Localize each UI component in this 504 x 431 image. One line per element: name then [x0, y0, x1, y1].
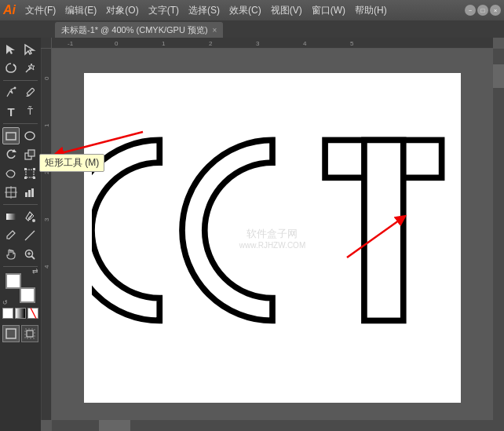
svg-rect-15: [33, 168, 35, 170]
window-controls: － □ ×: [465, 5, 501, 16]
svg-line-28: [25, 239, 27, 240]
svg-rect-17: [33, 177, 35, 179]
title-bar: Ai 文件(F) 编辑(E) 对象(O) 文字(T) 选择(S) 效果(C) 视…: [0, 0, 504, 20]
svg-rect-36: [27, 331, 33, 337]
rectangle-tool[interactable]: [2, 127, 20, 144]
artboard-tool[interactable]: [2, 184, 20, 201]
eyedropper-tools: [2, 227, 38, 244]
ellipse-tool[interactable]: [21, 127, 38, 144]
ruler-ticks-v: 0 1 2 3 4: [41, 49, 52, 420]
tab-close-button[interactable]: ×: [213, 26, 217, 35]
menu-text[interactable]: 文字(T): [144, 0, 184, 20]
transform-tools: [2, 146, 38, 163]
warp-tool[interactable]: [2, 165, 20, 182]
magic-wand-tool[interactable]: [21, 60, 38, 77]
scale-tool[interactable]: [21, 146, 38, 163]
hand-tool[interactable]: [2, 246, 20, 263]
main-area: T T̃: [0, 38, 504, 431]
svg-rect-24: [6, 214, 16, 220]
svg-rect-8: [6, 133, 16, 140]
pen-tool[interactable]: [2, 84, 20, 101]
scrollbar-thumb-vertical[interactable]: [493, 64, 504, 88]
scrollbar-horizontal[interactable]: [52, 420, 493, 431]
graph-tool[interactable]: [21, 184, 38, 201]
text-tools: T T̃: [2, 103, 38, 120]
none-button[interactable]: ╲: [27, 308, 38, 319]
color-swatches[interactable]: ⇄ ↺: [5, 273, 35, 303]
svg-line-3: [26, 67, 31, 72]
scrollbar-vertical[interactable]: [493, 49, 504, 420]
lasso-tools: [2, 60, 38, 77]
svg-text:5: 5: [350, 40, 354, 47]
svg-rect-6: [27, 88, 35, 96]
stroke-color-swatch[interactable]: [20, 287, 35, 303]
maximize-button[interactable]: □: [477, 5, 488, 16]
document-tab[interactable]: 未标题-1* @ 400% (CMYK/GPU 预览) ×: [55, 22, 223, 38]
measure-tool[interactable]: [21, 227, 38, 244]
svg-rect-34: [6, 329, 16, 338]
svg-rect-52: [364, 140, 404, 320]
swap-colors-button[interactable]: ⇄: [32, 267, 38, 275]
fill-color-swatch[interactable]: [5, 273, 21, 289]
menu-object[interactable]: 对象(O): [101, 0, 143, 20]
close-button[interactable]: ×: [490, 5, 501, 16]
separator-2: [3, 123, 38, 124]
minimize-button[interactable]: －: [465, 5, 476, 16]
menu-effect[interactable]: 效果(C): [225, 0, 266, 20]
solid-color-button[interactable]: [2, 308, 13, 319]
app-logo: Ai: [3, 3, 16, 17]
rotate-tool[interactable]: [2, 146, 20, 163]
svg-text:4: 4: [303, 40, 307, 47]
svg-text:0: 0: [115, 40, 119, 47]
canvas-area[interactable]: -1 0 1 2 3 4 5 0 1 2 3 4 软件盒子: [41, 38, 504, 431]
svg-rect-23: [31, 188, 34, 197]
zoom-tool[interactable]: [21, 246, 38, 263]
touch-type-tool[interactable]: T̃: [21, 103, 38, 120]
menu-bar: 文件(F) 编辑(E) 对象(O) 文字(T) 选择(S) 效果(C) 视图(V…: [20, 0, 465, 20]
menu-file[interactable]: 文件(F): [20, 0, 60, 20]
svg-text:4: 4: [43, 265, 50, 268]
svg-point-9: [25, 132, 35, 140]
svg-point-5: [14, 87, 16, 89]
paint-tools: [2, 208, 38, 225]
menu-help[interactable]: 帮助(H): [350, 0, 392, 20]
tool-tooltip: 矩形工具 (M): [39, 154, 104, 172]
lasso-tool[interactable]: [2, 60, 20, 77]
ruler-ticks-h: -1 0 1 2 3 4 5: [52, 38, 493, 49]
document-canvas[interactable]: 软件盒子网 www.RJHZW.COM: [84, 73, 461, 403]
scrollbar-corner: [493, 420, 504, 431]
text-tool[interactable]: T: [2, 103, 20, 120]
gradient-button[interactable]: [15, 308, 26, 319]
gradient-tool[interactable]: [2, 208, 20, 225]
paint-bucket-tool[interactable]: [21, 208, 38, 225]
svg-text:-1: -1: [68, 40, 74, 47]
separator-1: [3, 80, 38, 81]
menu-select[interactable]: 选择(S): [184, 0, 225, 20]
eyedropper-tool[interactable]: [2, 227, 20, 244]
svg-text:0: 0: [43, 76, 50, 80]
svg-rect-12: [28, 150, 35, 156]
svg-rect-16: [24, 177, 27, 179]
menu-edit[interactable]: 编辑(E): [60, 0, 101, 20]
draw-mode-buttons: [2, 325, 38, 342]
direct-select-tool[interactable]: [21, 41, 38, 58]
svg-rect-13: [26, 170, 34, 177]
free-transform-tool[interactable]: [21, 165, 38, 182]
select-tool[interactable]: [2, 41, 20, 58]
draw-inside-button[interactable]: [21, 325, 38, 342]
ruler-horizontal: -1 0 1 2 3 4 5: [41, 38, 493, 49]
scrollbar-thumb-horizontal[interactable]: [99, 420, 130, 431]
pen-tools: [2, 84, 38, 101]
menu-view[interactable]: 视图(V): [266, 0, 307, 20]
menu-window[interactable]: 窗口(W): [307, 0, 350, 20]
reset-colors-button[interactable]: ↺: [2, 299, 8, 306]
ruler-vertical: 0 1 2 3 4: [41, 49, 52, 420]
svg-marker-0: [6, 45, 15, 54]
graph-tools: [2, 184, 38, 201]
normal-draw-button[interactable]: [2, 325, 20, 342]
svg-rect-21: [25, 192, 27, 197]
pencil-tool[interactable]: [21, 84, 38, 101]
warp-tools: [2, 165, 38, 182]
svg-text:2: 2: [209, 40, 213, 47]
tab-label: 未标题-1* @ 400% (CMYK/GPU 预览): [61, 24, 208, 36]
